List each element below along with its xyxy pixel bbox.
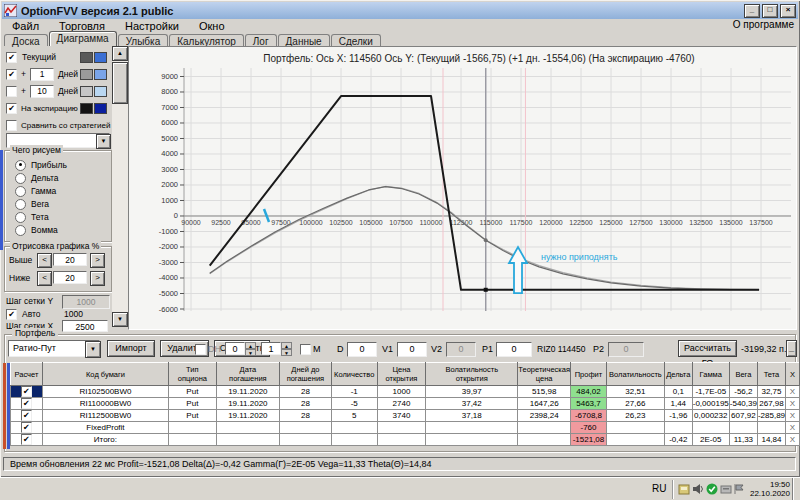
table-row[interactable]: ✔RI102500BW0Put19.11.202028-1100039,9751… xyxy=(11,386,800,398)
plus1-color-swatch-1[interactable] xyxy=(80,69,93,80)
row-checkbox[interactable]: ✔ xyxy=(21,386,32,397)
column-header[interactable]: Расчет xyxy=(11,363,43,386)
column-header[interactable]: Дней допогашения xyxy=(280,363,332,386)
antivirus-status-icon[interactable] xyxy=(706,483,718,495)
p2-field[interactable]: 0 xyxy=(608,342,644,357)
column-header[interactable]: Теоретическаяцена xyxy=(518,363,571,386)
m-checkbox[interactable] xyxy=(300,344,311,355)
d-field[interactable]: 0 xyxy=(347,342,377,357)
below-increment-button[interactable]: > xyxy=(90,271,105,286)
close-icon[interactable]: × xyxy=(780,4,796,18)
grid-x-input[interactable]: 2500 xyxy=(62,320,108,332)
plus10-color-swatch-1[interactable] xyxy=(80,86,93,97)
radio-Прибыль[interactable] xyxy=(15,160,26,171)
v2-field[interactable]: 0 xyxy=(446,342,476,357)
panel-scrollbar[interactable]: ▲ ▼ xyxy=(112,46,128,327)
chevron-down-icon[interactable]: ▼ xyxy=(96,134,111,149)
above-increment-button[interactable]: > xyxy=(90,253,105,268)
show-desktop-button[interactable] xyxy=(792,478,800,500)
below-value[interactable]: 20 xyxy=(53,271,87,284)
current-color-swatch-1[interactable] xyxy=(80,52,93,63)
table-row[interactable]: ✔FixedProfit-760X xyxy=(11,422,800,434)
plus1-color-swatch-2[interactable] xyxy=(94,69,107,80)
plus10-checkbox[interactable] xyxy=(6,86,17,97)
dh-spinner-1-value[interactable]: 0 xyxy=(225,342,245,355)
column-header[interactable]: Вега xyxy=(729,363,757,386)
tab-Сделки[interactable]: Сделки xyxy=(331,34,381,46)
expiration-color-swatch-2[interactable] xyxy=(94,103,107,114)
preset-combobox[interactable]: Ратио-Пут ▼ xyxy=(8,340,100,357)
clock[interactable]: 19:50 22.10.2020 xyxy=(742,480,790,498)
chevron-down-icon[interactable]: ▼ xyxy=(85,341,101,358)
above-decrement-button[interactable]: < xyxy=(37,253,52,268)
scrollbar-thumb[interactable] xyxy=(112,62,128,104)
column-header[interactable]: Ценаоткрытия xyxy=(377,363,426,386)
compare-checkbox[interactable] xyxy=(6,120,17,131)
calc-margin-button[interactable]: Рассчитать ГО xyxy=(678,340,737,357)
table-row[interactable]: ✔Итого:-1521,08-0,422E-0511,3314,84X xyxy=(11,434,800,446)
current-color-swatch-2[interactable] xyxy=(94,52,107,63)
p1-field[interactable]: 0 xyxy=(496,342,532,357)
column-header[interactable]: X xyxy=(786,363,800,386)
row-delete-button[interactable]: X xyxy=(786,422,800,434)
import-button[interactable]: Импорт xyxy=(107,340,155,357)
auto-checkbox[interactable]: ✔ xyxy=(6,309,17,320)
column-header[interactable]: Волатильность xyxy=(606,363,664,386)
spin-up-icon[interactable]: ▲ xyxy=(245,342,256,349)
column-header[interactable]: Дельта xyxy=(664,363,692,386)
menu-item[interactable]: Настройки xyxy=(115,20,189,32)
plus1-days-input[interactable]: 1 xyxy=(30,68,54,81)
tab-Лог[interactable]: Лог xyxy=(245,34,277,46)
volume-icon[interactable] xyxy=(692,483,704,495)
minimize-icon[interactable]: _ xyxy=(744,4,760,18)
spin-down-icon[interactable]: ▼ xyxy=(245,349,256,356)
table-row[interactable]: ✔RI110000BW0Put19.11.202028-5274037,4216… xyxy=(11,398,800,410)
maximize-icon[interactable]: □ xyxy=(762,4,778,18)
dock-grip-orange[interactable] xyxy=(3,363,6,449)
tab-Калькулятор[interactable]: Калькулятор xyxy=(169,34,244,46)
expiration-checkbox[interactable]: ✔ xyxy=(6,103,17,114)
radio-Вега[interactable] xyxy=(15,199,26,210)
above-value[interactable]: 20 xyxy=(53,253,87,266)
menu-item[interactable]: Окно xyxy=(189,20,235,32)
column-header[interactable]: Гамма xyxy=(692,363,729,386)
tray-app-icon[interactable] xyxy=(678,483,690,495)
dh-spinner-2-value[interactable]: 1 xyxy=(261,342,281,355)
column-header[interactable]: Волатильностьоткрытия xyxy=(426,363,518,386)
tab-Улыбка[interactable]: Улыбка xyxy=(118,34,169,46)
plus10-days-input[interactable]: 10 xyxy=(30,85,54,98)
radio-Гамма[interactable] xyxy=(15,186,26,197)
v1-field[interactable]: 0 xyxy=(397,342,427,357)
dh-checkbox[interactable] xyxy=(195,344,206,355)
plus1-checkbox[interactable]: ✔ xyxy=(6,69,17,80)
row-checkbox[interactable]: ✔ xyxy=(21,398,32,409)
row-checkbox[interactable]: ✔ xyxy=(21,410,32,421)
scroll-up-icon[interactable]: ▲ xyxy=(112,46,128,61)
menu-item[interactable]: Файл xyxy=(2,20,49,32)
collapse-button[interactable]: _ xyxy=(786,340,797,357)
radio-Вомма[interactable] xyxy=(15,225,26,236)
radio-Дельта[interactable] xyxy=(15,173,26,184)
menu-item-about[interactable]: О программе xyxy=(733,19,794,30)
scroll-down-icon[interactable]: ▼ xyxy=(112,312,128,327)
column-header[interactable]: Типопциона xyxy=(169,363,217,386)
network-icon[interactable] xyxy=(720,483,732,495)
dh-spinner-1[interactable]: 0 ▲▼ xyxy=(225,342,256,355)
spin-up-icon[interactable]: ▲ xyxy=(281,342,292,349)
expiration-color-swatch-1[interactable] xyxy=(80,103,93,114)
column-header[interactable]: Код бумаги xyxy=(42,363,168,386)
below-decrement-button[interactable]: < xyxy=(37,271,52,286)
column-header[interactable]: Тета xyxy=(757,363,785,386)
dh-spinner-2[interactable]: 1 ▲▼ xyxy=(261,342,292,355)
table-row[interactable]: ✔RI112500BW0Put19.11.2020285374037,18239… xyxy=(11,410,800,422)
row-delete-button[interactable]: X xyxy=(786,398,800,410)
menu-item[interactable]: Торговля xyxy=(49,20,115,32)
language-indicator[interactable]: RU xyxy=(652,483,666,494)
row-delete-button[interactable]: X xyxy=(786,410,800,422)
radio-Тета[interactable] xyxy=(15,212,26,223)
current-checkbox[interactable]: ✔ xyxy=(6,52,17,63)
column-header[interactable]: Датапогашения xyxy=(216,363,279,386)
tab-Диаграмма[interactable]: Диаграмма xyxy=(49,31,117,46)
plus10-color-swatch-2[interactable] xyxy=(94,86,107,97)
column-header[interactable]: Профит xyxy=(571,363,607,386)
